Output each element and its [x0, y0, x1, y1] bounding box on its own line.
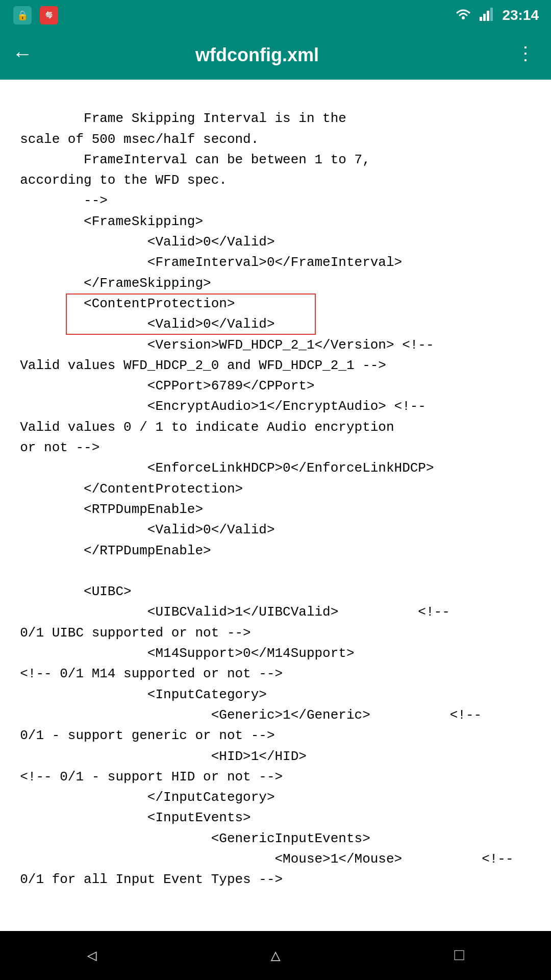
toolbar: ← wfdconfig.xml ⋮ — [0, 31, 551, 80]
menu-button[interactable]: ⋮ — [512, 42, 539, 68]
nav-bar: ◁ △ □ — [0, 931, 551, 980]
wifi-icon — [455, 7, 471, 24]
signal-icon — [480, 7, 494, 24]
svg-point-0 — [462, 16, 465, 19]
code-content: Frame Skipping Interval is in the scale … — [0, 80, 551, 931]
page-title: wfdconfig.xml — [45, 44, 469, 66]
status-bar-left: 🔒 每 — [12, 5, 59, 26]
nav-back-button[interactable]: ◁ — [66, 937, 117, 974]
back-button[interactable]: ← — [12, 41, 33, 69]
code-block: Frame Skipping Interval is in the scale … — [4, 88, 547, 890]
status-bar: 🔒 每 23:14 — [0, 0, 551, 31]
nav-recent-button[interactable]: □ — [434, 938, 484, 973]
svg-rect-4 — [490, 8, 493, 21]
status-time: 23:14 — [502, 7, 539, 23]
app-icon-news: 每 — [39, 5, 59, 26]
svg-rect-2 — [483, 14, 486, 21]
nav-home-button[interactable]: △ — [250, 937, 300, 974]
app-icon-lock: 🔒 — [12, 5, 33, 26]
status-bar-right: 23:14 — [455, 7, 539, 24]
svg-rect-1 — [480, 17, 482, 21]
svg-rect-3 — [487, 11, 489, 21]
